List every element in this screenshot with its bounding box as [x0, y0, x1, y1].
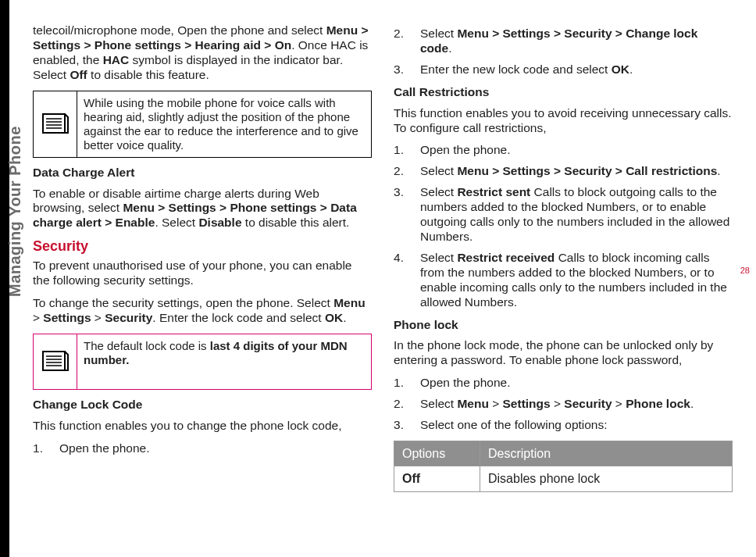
list-item: Select Menu > Settings > Security > Chan… — [394, 27, 733, 56]
phone-lock-options-table: Options Description Off Disables phone l… — [394, 441, 733, 492]
note-page-icon — [41, 112, 70, 136]
note-text: While using the mobile phone for voice c… — [77, 91, 371, 157]
security-paragraph-1: To prevent unauthorised use of your phon… — [33, 259, 372, 288]
heading-phone-lock: Phone lock — [394, 318, 733, 333]
option-name: Off — [394, 466, 480, 492]
section-tab-label: Managing Your Phone — [6, 126, 24, 297]
table-row: Off Disables phone lock — [394, 466, 733, 492]
heading-security: Security — [33, 238, 372, 255]
table-header-row: Options Description — [394, 441, 733, 466]
note-text: The default lock code is last 4 digits o… — [77, 334, 371, 389]
heading-change-lock-code: Change Lock Code — [33, 398, 372, 412]
list-item: Select Restrict received Calls to block … — [394, 251, 733, 310]
table-header-description: Description — [480, 441, 733, 466]
list-item: Enter the new lock code and select OK. — [394, 62, 733, 77]
list-item: Open the phone. — [394, 376, 733, 391]
left-column: telecoil/microphone mode, Open the phone… — [33, 23, 372, 492]
table-header-options: Options — [394, 441, 480, 466]
change-lock-code-paragraph: This function enables you to change the … — [33, 419, 372, 434]
phone-lock-paragraph: In the phone lock mode, the phone can be… — [394, 338, 733, 368]
list-item: Select Restrict sent Calls to block outg… — [394, 185, 733, 245]
security-paragraph-2: To change the security settings, open th… — [33, 296, 372, 326]
heading-call-restrictions: Call Restrictions — [394, 85, 733, 100]
svg-rect-5 — [43, 352, 65, 370]
list-item: Select Menu > Settings > Security > Phon… — [394, 397, 733, 412]
heading-data-charge-alert: Data Charge Alert — [33, 166, 372, 180]
note-icon — [34, 91, 77, 157]
list-item: Open the phone. — [33, 441, 372, 456]
list-item: Select one of the following options: — [394, 418, 733, 433]
page-content: telecoil/microphone mode, Open the phone… — [33, 23, 733, 492]
svg-rect-0 — [43, 114, 65, 133]
data-charge-paragraph: To enable or disable airtime charge aler… — [33, 187, 372, 231]
note-hearing-aid: While using the mobile phone for voice c… — [33, 91, 372, 158]
list-item: Open the phone. — [394, 143, 733, 158]
note-default-lock-code: The default lock code is last 4 digits o… — [33, 334, 372, 390]
note-icon — [34, 334, 77, 389]
option-description: Disables phone lock — [480, 466, 733, 492]
right-column: Select Menu > Settings > Security > Chan… — [394, 23, 733, 492]
change-lock-code-steps-right: Select Menu > Settings > Security > Chan… — [394, 27, 733, 77]
call-restrictions-steps: Open the phone. Select Menu > Settings >… — [394, 143, 733, 309]
list-item: Select Menu > Settings > Security > Call… — [394, 164, 733, 179]
change-lock-code-steps-left: Open the phone. — [33, 441, 372, 456]
call-restrictions-paragraph: This function enables you to avoid recei… — [394, 106, 733, 136]
phone-lock-steps: Open the phone. Select Menu > Settings >… — [394, 376, 733, 433]
hearing-aid-paragraph: telecoil/microphone mode, Open the phone… — [33, 23, 372, 83]
note-page-icon — [41, 350, 70, 373]
page-number: 28 — [740, 266, 750, 275]
